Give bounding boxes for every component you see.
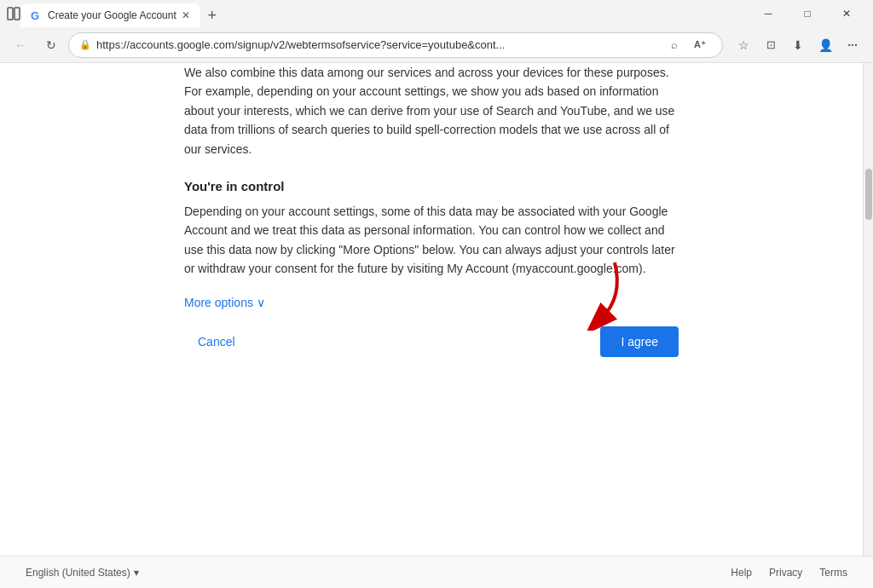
agree-button[interactable]: I agree bbox=[600, 326, 679, 357]
terms-link[interactable]: Terms bbox=[819, 567, 847, 579]
more-options-label: More options bbox=[184, 296, 253, 309]
address-bar: ← ↻ 🔒 https://accounts.google.com/signup… bbox=[0, 27, 873, 63]
minimize-button[interactable]: ─ bbox=[749, 0, 788, 27]
content-area: We also combine this data among our serv… bbox=[0, 63, 873, 556]
chevron-down-icon: ∨ bbox=[257, 296, 265, 309]
bookmark-icon[interactable]: ☆ bbox=[730, 32, 757, 59]
footer-bar: English (United States) ▾ Help Privacy T… bbox=[0, 556, 873, 588]
tab-favicon: G bbox=[31, 9, 43, 21]
paragraph1: We also combine this data among our serv… bbox=[184, 63, 679, 159]
tab-close-button[interactable]: ✕ bbox=[182, 9, 190, 21]
refresh-button[interactable]: ↻ bbox=[38, 32, 65, 59]
tab-bar: G Create your Google Account ✕ + bbox=[20, 0, 749, 27]
sidebar-toggle-icon[interactable] bbox=[7, 7, 20, 20]
download-icon[interactable]: ⬇ bbox=[784, 32, 812, 59]
dropdown-icon: ▾ bbox=[134, 567, 139, 579]
back-button[interactable]: ← bbox=[7, 32, 34, 59]
url-display: https://accounts.google.com/signup/v2/we… bbox=[96, 38, 657, 51]
tab-title: Create your Google Account bbox=[48, 9, 176, 21]
privacy-link[interactable]: Privacy bbox=[769, 567, 802, 579]
paragraph2: Depending on your account settings, some… bbox=[184, 202, 679, 279]
button-row: Cancel I agree bbox=[184, 326, 679, 357]
help-link[interactable]: Help bbox=[731, 567, 752, 579]
reader-mode-icon[interactable]: A⁺ bbox=[688, 33, 712, 57]
window-controls: ─ □ ✕ bbox=[749, 0, 866, 27]
svg-rect-0 bbox=[8, 8, 13, 20]
page-content: We also combine this data among our serv… bbox=[0, 63, 863, 556]
profile-icon[interactable]: 👤 bbox=[812, 32, 839, 59]
svg-rect-1 bbox=[14, 8, 20, 20]
more-options-icon[interactable]: ··· bbox=[839, 32, 866, 59]
close-button[interactable]: ✕ bbox=[827, 0, 866, 27]
lock-icon: 🔒 bbox=[79, 39, 91, 50]
maximize-button[interactable]: □ bbox=[788, 0, 827, 27]
cancel-button[interactable]: Cancel bbox=[184, 328, 249, 355]
new-tab-button[interactable]: + bbox=[200, 3, 224, 27]
footer-links: Help Privacy Terms bbox=[731, 567, 847, 579]
scrollbar[interactable] bbox=[863, 63, 873, 556]
page-inner: We also combine this data among our serv… bbox=[133, 63, 730, 556]
title-bar-left bbox=[7, 7, 20, 20]
active-tab[interactable]: G Create your Google Account ✕ bbox=[20, 3, 200, 27]
search-icon[interactable]: ⌕ bbox=[662, 33, 686, 57]
title-bar: G Create your Google Account ✕ + ─ □ ✕ bbox=[0, 0, 873, 27]
browser-tools: ☆ ⊡ ⬇ 👤 ··· bbox=[730, 32, 866, 59]
address-icons: ⌕ A⁺ bbox=[662, 33, 712, 57]
scrollbar-thumb[interactable] bbox=[865, 169, 872, 220]
language-selector[interactable]: English (United States) ▾ bbox=[26, 567, 139, 579]
more-options-link[interactable]: More options ∨ bbox=[184, 296, 679, 309]
collections-icon[interactable]: ⊡ bbox=[757, 32, 784, 59]
language-label: English (United States) bbox=[26, 567, 130, 579]
section-heading: You're in control bbox=[184, 179, 679, 193]
address-input[interactable]: 🔒 https://accounts.google.com/signup/v2/… bbox=[68, 32, 723, 58]
